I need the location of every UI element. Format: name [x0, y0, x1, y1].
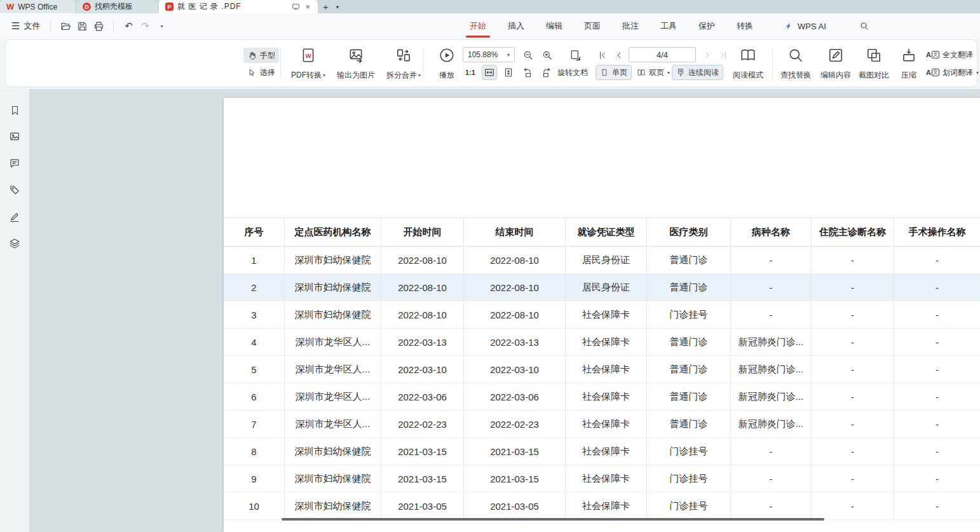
hamburger-icon: ☰ [11, 20, 20, 32]
table-row: 5深圳市龙华区人...2022-03-102022-03-10社会保障卡普通门诊… [224, 356, 980, 383]
menu-tab-3[interactable]: 页面 [583, 13, 602, 39]
pdf-convert-button[interactable]: W PDF转换▾ [285, 45, 331, 83]
table-cell: 普通门诊 [647, 356, 731, 383]
horizontal-scrollbar-thumb[interactable] [282, 518, 824, 521]
table-cell: 普通门诊 [647, 247, 731, 274]
save-button[interactable] [74, 18, 90, 34]
table-body: 1深圳市妇幼保健院2022-08-102022-08-10居民身份证普通门诊--… [224, 247, 980, 520]
prev-page-button[interactable] [611, 48, 627, 63]
zoom-out-button[interactable] [521, 48, 536, 63]
undo-button[interactable]: ↶ [120, 18, 137, 34]
actual-size-icon: 1:1 [465, 69, 475, 76]
full-translate-button[interactable]: A文 全文翻译 [922, 47, 977, 62]
menu-tab-0[interactable]: 开始 [468, 13, 487, 39]
table-cell: 普通门诊 [647, 274, 731, 301]
read-mode-button[interactable]: 阅读模式 [728, 45, 768, 83]
wps-ai-button[interactable]: WPS AI [785, 22, 826, 31]
table-cell: - [812, 356, 894, 383]
tab-docer[interactable]: D 找稻壳模板 [76, 0, 158, 13]
split-merge-button[interactable]: 拆分合并▾ [381, 45, 426, 83]
sign-icon[interactable] [6, 208, 23, 225]
ribbon-toolbar: 手型 选择 W PDF转换▾ 输出为图片 拆分合并▾ 播放 105.88% ▾ [5, 39, 977, 87]
edit-content-button[interactable]: 编辑内容 [817, 45, 855, 83]
close-tab-icon[interactable]: × [304, 2, 311, 11]
file-menu-button[interactable]: ☰ 文件 [8, 20, 44, 32]
table-cell: 2022-03-10 [464, 356, 566, 383]
find-replace-button[interactable]: 查找替换 [776, 45, 815, 83]
rotate-left-button[interactable] [520, 65, 535, 80]
table-cell: 深圳市龙华区人... [285, 329, 381, 356]
compress-button[interactable]: 压缩 [894, 45, 923, 83]
tab-document[interactable]: P 就 医 记 录 .PDF × [159, 0, 318, 13]
print-button[interactable] [90, 18, 107, 34]
table-cell: 普通门诊 [647, 383, 731, 411]
table-cell: 10 [224, 493, 285, 520]
fit-width-button[interactable] [482, 65, 497, 80]
next-page-button[interactable] [700, 48, 715, 63]
table-cell: 社会保障卡 [566, 301, 647, 329]
docer-icon: D [83, 3, 91, 11]
actual-size-button[interactable]: 1:1 [463, 65, 478, 80]
divider [280, 49, 281, 78]
fit-page-button[interactable] [501, 65, 516, 80]
menu-tab-4[interactable]: 批注 [621, 13, 640, 39]
bookmark-icon[interactable] [6, 102, 23, 118]
continuous-read-button[interactable]: 连续阅读 [672, 65, 723, 80]
table-row: 3深圳市妇幼保健院2022-08-102022-08-10社会保障卡门诊挂号--… [224, 301, 980, 329]
menu-tab-2[interactable]: 编辑 [545, 13, 564, 39]
table-cell: - [812, 493, 894, 520]
tab-list-chevron-icon[interactable]: ▾ [334, 0, 342, 13]
read-mode-label: 阅读模式 [733, 70, 763, 81]
play-button[interactable]: 播放 [429, 45, 465, 83]
table-cell: - [812, 274, 894, 301]
layers-icon[interactable] [6, 235, 23, 252]
compress-label: 压缩 [901, 70, 916, 81]
menu-tab-1[interactable]: 插入 [507, 13, 526, 39]
screenshot-compare-button[interactable]: 截图对比 [855, 45, 893, 83]
rotate-right-button[interactable] [539, 65, 554, 80]
export-image-icon [348, 47, 364, 64]
new-tab-button[interactable]: + [318, 0, 334, 13]
open-file-button[interactable] [57, 18, 74, 34]
tag-icon[interactable] [6, 182, 23, 198]
zoom-select[interactable]: 105.88% ▾ [463, 47, 515, 62]
page-number-input[interactable] [629, 47, 696, 62]
rotate-doc-label[interactable]: 旋转文档 [557, 65, 588, 80]
double-page-button[interactable]: 双页 ▾ [632, 65, 674, 80]
table-cell: 2 [224, 274, 285, 301]
single-page-button[interactable]: 单页 [595, 65, 632, 80]
zoom-in-button[interactable] [540, 48, 555, 63]
table-cell: 7 [224, 411, 285, 438]
table-cell: 深圳市妇幼保健院 [285, 438, 381, 465]
menu-tab-7[interactable]: 转换 [735, 13, 754, 39]
redo-button[interactable]: ↷ [137, 18, 153, 34]
table-cell: - [894, 247, 980, 274]
wps-logo-icon: W [6, 2, 14, 11]
table-cell: 2022-08-10 [381, 247, 464, 274]
monitor-icon [292, 3, 300, 11]
hand-tool-button[interactable]: 手型 [243, 48, 279, 63]
snapshot-icon[interactable] [568, 47, 584, 64]
table-cell: 4 [224, 329, 285, 356]
thumbnail-icon[interactable] [6, 128, 23, 145]
undo-history-chevron-icon[interactable]: ▾ [153, 18, 170, 34]
table-cell: - [894, 329, 980, 356]
menu-tab-5[interactable]: 工具 [659, 13, 678, 39]
screenshot-compare-icon [866, 47, 882, 64]
table-cell: 门诊挂号 [647, 465, 731, 493]
menu-tab-6[interactable]: 保护 [697, 13, 716, 39]
play-label: 播放 [439, 70, 454, 81]
column-header: 手术操作名称 [894, 218, 980, 246]
table-cell: - [894, 438, 980, 465]
comment-icon[interactable] [6, 155, 23, 172]
export-image-button[interactable]: 输出为图片 [332, 45, 379, 83]
tab-wps-office[interactable]: W WPS Office [0, 0, 75, 13]
first-page-button[interactable] [595, 48, 610, 63]
full-translate-icon: A文 [926, 51, 939, 58]
search-icon[interactable] [859, 21, 869, 31]
word-translate-button[interactable]: A文 划词翻译 ▾ [922, 65, 980, 80]
table-cell: 2022-03-13 [464, 329, 566, 356]
select-tool-button[interactable]: 选择 [243, 65, 279, 80]
file-menu-label: 文件 [24, 20, 40, 32]
split-merge-icon [395, 47, 412, 64]
